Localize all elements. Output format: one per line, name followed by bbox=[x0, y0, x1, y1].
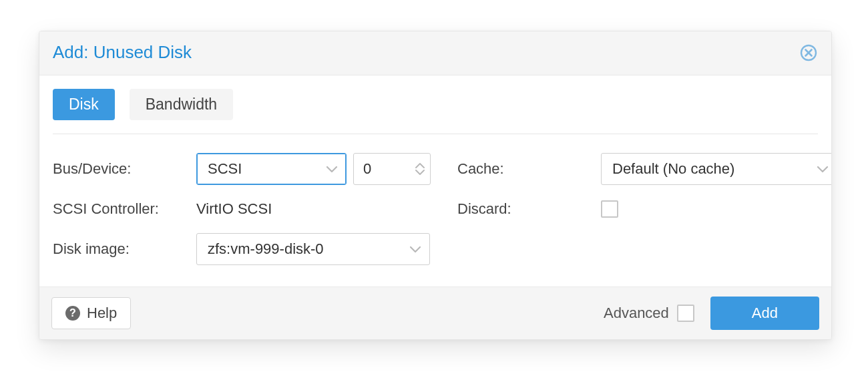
spinner-arrows[interactable] bbox=[410, 162, 430, 176]
add-button[interactable]: Add bbox=[710, 297, 819, 330]
tab-disk[interactable]: Disk bbox=[53, 89, 115, 120]
form-column-left: Bus/Device: SCSI 0 bbox=[53, 149, 431, 269]
discard-checkbox[interactable] bbox=[601, 200, 618, 218]
row-bus-device: Bus/Device: SCSI 0 bbox=[53, 149, 431, 189]
scsi-controller-label: SCSI Controller: bbox=[53, 200, 196, 218]
dialog-body: Disk Bandwidth Bus/Device: SCSI bbox=[39, 75, 831, 287]
row-discard: Discard: bbox=[457, 189, 832, 229]
help-label: Help bbox=[87, 305, 117, 322]
form-column-right: Cache: Default (No cache) Discard: bbox=[457, 149, 832, 269]
disk-image-value: zfs:vm-999-disk-0 bbox=[208, 240, 324, 258]
chevron-down-icon bbox=[415, 169, 425, 176]
row-disk-image: Disk image: zfs:vm-999-disk-0 bbox=[53, 229, 431, 269]
add-unused-disk-dialog: Add: Unused Disk Disk Bandwidth Bus/Devi… bbox=[39, 31, 832, 340]
tabs: Disk Bandwidth bbox=[53, 89, 818, 134]
device-number-spinner[interactable]: 0 bbox=[353, 153, 431, 185]
bus-select[interactable]: SCSI bbox=[196, 153, 347, 185]
scsi-controller-value: VirtIO SCSI bbox=[196, 200, 272, 218]
chevron-up-icon bbox=[415, 162, 425, 169]
cache-value: Default (No cache) bbox=[612, 160, 734, 178]
chevron-down-icon bbox=[409, 245, 421, 253]
discard-label: Discard: bbox=[457, 200, 601, 218]
bus-device-group: SCSI 0 bbox=[196, 153, 431, 185]
close-icon bbox=[800, 44, 817, 61]
dialog-title: Add: Unused Disk bbox=[53, 42, 192, 63]
close-button[interactable] bbox=[799, 43, 818, 62]
row-cache: Cache: Default (No cache) bbox=[457, 149, 832, 189]
bus-select-value: SCSI bbox=[208, 160, 242, 178]
tab-bandwidth[interactable]: Bandwidth bbox=[130, 89, 233, 120]
row-scsi-controller: SCSI Controller: VirtIO SCSI bbox=[53, 189, 431, 229]
device-number-value: 0 bbox=[354, 160, 410, 178]
cache-select[interactable]: Default (No cache) bbox=[601, 153, 832, 185]
chevron-down-icon bbox=[817, 165, 829, 173]
dialog-header: Add: Unused Disk bbox=[39, 31, 831, 75]
chevron-down-icon bbox=[326, 165, 338, 173]
cache-label: Cache: bbox=[457, 160, 601, 178]
help-icon: ? bbox=[65, 306, 80, 321]
dialog-footer: ? Help Advanced Add bbox=[39, 287, 831, 339]
disk-image-label: Disk image: bbox=[53, 240, 196, 258]
disk-image-select[interactable]: zfs:vm-999-disk-0 bbox=[196, 233, 430, 265]
help-button[interactable]: ? Help bbox=[51, 297, 131, 329]
advanced-checkbox[interactable] bbox=[677, 305, 694, 322]
form: Bus/Device: SCSI 0 bbox=[53, 149, 818, 269]
advanced-toggle[interactable]: Advanced bbox=[604, 305, 694, 322]
bus-device-label: Bus/Device: bbox=[53, 160, 196, 178]
advanced-label: Advanced bbox=[604, 305, 669, 322]
